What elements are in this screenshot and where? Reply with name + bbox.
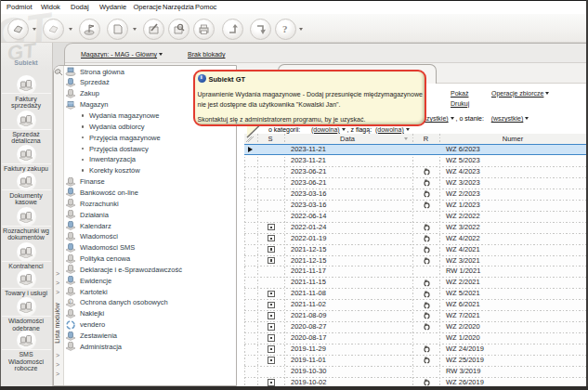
svg-text:i: i bbox=[70, 298, 71, 304]
svg-text:?: ? bbox=[282, 23, 288, 34]
